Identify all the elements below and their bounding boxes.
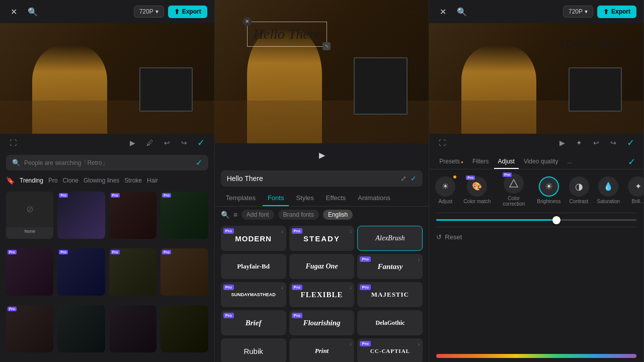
undo-icon[interactable]: ↩: [161, 137, 173, 149]
left-search-bar[interactable]: 🔍 ✓: [6, 155, 208, 170]
tab-filters[interactable]: Filters: [468, 155, 493, 169]
tab-fonts[interactable]: Fonts: [263, 191, 289, 206]
tab-styles[interactable]: Styles: [291, 191, 318, 206]
font-steady[interactable]: Pro ↓ STEADY: [289, 226, 355, 251]
tab-video-quality[interactable]: Video quality: [520, 155, 562, 169]
right-fullscreen-icon[interactable]: ⛶: [436, 137, 448, 149]
category-stroke[interactable]: Stroke: [124, 177, 142, 184]
tool-color-match[interactable]: Pro 🎨 Color match: [463, 176, 491, 204]
effect-electric-burn[interactable]: Pro Electric Burn: [160, 248, 208, 296]
category-clone[interactable]: Clone: [63, 177, 78, 184]
right-export-icon: ⬆: [603, 8, 609, 16]
reset-row: ↺ Reset: [429, 229, 643, 245]
tab-animations[interactable]: Animations: [353, 191, 395, 206]
effect-extra-4[interactable]: [160, 305, 208, 352]
font-alexbrush[interactable]: AlexBrush: [357, 226, 423, 251]
font-flexible[interactable]: Pro ↓ FLEXIBLE: [289, 282, 355, 307]
category-trending[interactable]: Trending: [20, 177, 43, 184]
font-add[interactable]: Add font: [242, 210, 274, 220]
effect-oneway-shift[interactable]: Pro One-way Shift: [109, 192, 156, 239]
font-filter-icon[interactable]: ≡: [233, 211, 237, 219]
right-resolution-selector[interactable]: 720P ▾: [563, 6, 593, 18]
reset-icon: ↺: [436, 233, 442, 241]
effect-extra-1[interactable]: Pro: [6, 305, 53, 352]
font-modern[interactable]: Pro ↓ MODERN: [221, 226, 286, 251]
tab-templates[interactable]: Templates: [221, 191, 261, 206]
color-strip[interactable]: [436, 354, 636, 358]
tool-brightness[interactable]: ☀ Brightness: [537, 176, 560, 204]
right-export-button[interactable]: ⬆ Export: [597, 6, 636, 18]
close-icon[interactable]: ✕: [7, 5, 20, 18]
expand-icon[interactable]: ⤢: [400, 174, 407, 183]
right-magic-icon[interactable]: ✦: [573, 137, 585, 149]
font-fantasy[interactable]: Pro ↓ Fantasy: [357, 254, 423, 279]
reset-button[interactable]: ↺ Reset: [436, 233, 462, 241]
tab-presets[interactable]: Presets●: [435, 155, 467, 169]
font-print[interactable]: ↓ Print: [289, 338, 355, 362]
tool-contrast[interactable]: ◑ Contrast: [569, 176, 589, 204]
confirm-icon[interactable]: ✓: [195, 137, 207, 149]
right-confirm-icon[interactable]: ✓: [624, 137, 636, 149]
category-hair[interactable]: Hair: [147, 177, 158, 184]
tab-effects[interactable]: Effects: [321, 191, 351, 206]
font-dela[interactable]: DelaGothic: [357, 310, 423, 335]
right-undo-icon[interactable]: ↩: [590, 137, 602, 149]
effect-glowing-doubles[interactable]: Pro Glowing Doubles: [57, 192, 105, 239]
font-sunday[interactable]: Pro ↓ SUNDAYMASTHEAD: [221, 282, 286, 307]
effect-optical-scan[interactable]: Pro Optical Scan: [109, 248, 156, 296]
text-overlay-content: Hello There: [254, 26, 321, 42]
effect-extra-2[interactable]: [57, 305, 105, 352]
category-pro[interactable]: Pro: [48, 177, 58, 184]
tab-more[interactable]: ...: [563, 155, 576, 169]
tab-adjust[interactable]: Adjust: [494, 155, 519, 169]
text-content-input[interactable]: [227, 174, 397, 183]
middle-playback: ▶: [215, 143, 429, 166]
font-fugaz[interactable]: Fugaz One: [289, 254, 355, 279]
play-button[interactable]: ▶: [314, 147, 330, 162]
export-button[interactable]: ⬆ Export: [168, 6, 207, 18]
tool-brilliance[interactable]: ✦ Brill...: [628, 176, 643, 204]
resolution-selector[interactable]: 720P ▾: [134, 6, 164, 18]
category-glowing[interactable]: Glowing lines: [84, 177, 119, 184]
text-overlay[interactable]: ✕ Hello There ⤡: [247, 22, 375, 47]
right-close-icon[interactable]: ✕: [436, 5, 449, 18]
right-search-icon[interactable]: 🔍: [455, 5, 468, 18]
font-cc-captial[interactable]: Pro ↓ CC-CAPTIAL: [357, 338, 423, 362]
right-toolbar: ⛶ ▶ ✦ ↩ ↪ ✓: [429, 134, 643, 152]
tool-color-correction[interactable]: Pro Color correction: [499, 173, 529, 207]
effect-none[interactable]: ⊘ None: [6, 192, 53, 239]
check-icon[interactable]: ✓: [196, 158, 202, 167]
edit-icon[interactable]: 🖊: [144, 137, 156, 149]
effect-phantom-clone[interactable]: Pro Phantom Clone: [6, 248, 53, 296]
redo-icon[interactable]: ↪: [178, 137, 190, 149]
text-input-bar[interactable]: ⤢ ✓: [221, 170, 423, 187]
bookmark-icon: 🔖: [6, 176, 15, 185]
confirm-text-icon[interactable]: ✓: [411, 174, 417, 183]
right-redo-icon[interactable]: ↪: [607, 137, 619, 149]
tool-saturation[interactable]: 💧 Saturation: [597, 176, 620, 204]
effect-clone-jutsu[interactable]: Pro Clone Jutsu: [160, 192, 208, 239]
right-play-icon[interactable]: ▶: [556, 137, 568, 149]
left-panel: ✕ 🔍 720P ▾ ⬆ Export ⛶ ▶ 🖊 ↩: [0, 0, 215, 362]
effect-extra-3[interactable]: [109, 305, 156, 352]
export-icon: ⬆: [174, 8, 180, 16]
font-search-icon[interactable]: 🔍: [221, 211, 229, 219]
font-majestic[interactable]: Pro MAJESTIC: [357, 282, 423, 307]
font-rubik[interactable]: Rubik: [221, 338, 286, 362]
search-input[interactable]: [24, 159, 192, 166]
text-overlay-close[interactable]: ✕: [243, 17, 252, 26]
tool-adjust[interactable]: ☀ Adjust: [435, 176, 455, 204]
font-brand[interactable]: Brand fonts: [278, 210, 319, 220]
text-overlay-resize[interactable]: ⤡: [323, 42, 331, 50]
effect-fragment-clone[interactable]: Pro Fragment Clone: [57, 248, 105, 296]
right-top-bar: ✕ 🔍 720P ▾ ⬆ Export: [429, 0, 643, 23]
play-icon[interactable]: ▶: [127, 137, 139, 149]
font-flourishing[interactable]: Pro Flourishing: [289, 310, 355, 335]
font-english[interactable]: English: [323, 210, 353, 220]
middle-tabs: Templates Fonts Styles Effects Animation…: [215, 189, 429, 207]
font-playfair[interactable]: Playfair-Bd: [221, 254, 286, 279]
right-tab-confirm[interactable]: ✓: [625, 156, 637, 168]
search-icon[interactable]: 🔍: [26, 5, 39, 18]
font-brief[interactable]: Pro Brief: [221, 310, 286, 335]
fullscreen-icon[interactable]: ⛶: [7, 137, 19, 149]
